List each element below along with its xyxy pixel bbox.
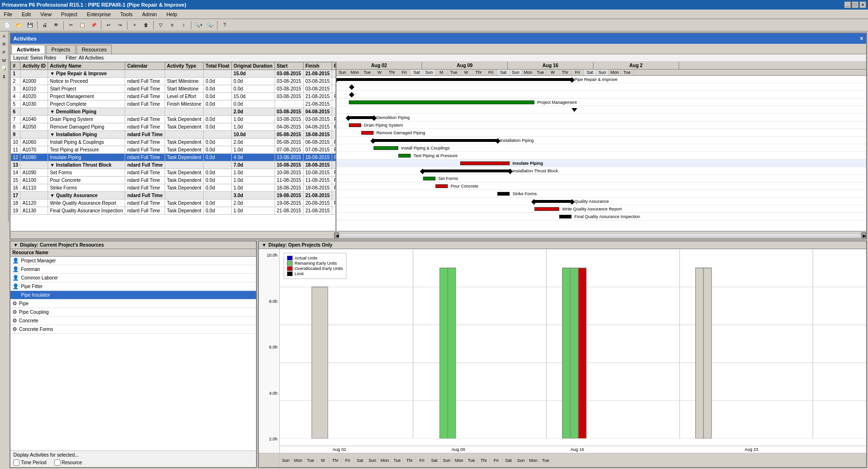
resource-name: Common Laborer xyxy=(21,275,58,280)
person-icon: 👤 xyxy=(12,283,19,289)
tab-projects[interactable]: Projects xyxy=(46,45,76,54)
list-item[interactable]: 👤Pipe Insulator xyxy=(10,291,256,299)
scrollbar-track[interactable] xyxy=(340,233,860,237)
close-button[interactable]: × xyxy=(859,1,866,8)
activity-calendar: ndard Full Time xyxy=(125,207,165,215)
add-btn[interactable]: + xyxy=(129,20,140,30)
open-btn[interactable]: 📂 xyxy=(13,20,24,30)
table-row[interactable]: 3A1010 Start Projectndard Full TimeStart… xyxy=(11,85,337,93)
menu-tools[interactable]: Tools xyxy=(118,10,135,18)
maximize-button[interactable]: □ xyxy=(852,1,858,8)
delete-btn[interactable]: 🗑 xyxy=(141,20,151,30)
gantt-task-bar xyxy=(361,131,374,135)
menu-admin[interactable]: Admin xyxy=(140,10,158,18)
menu-enterprise[interactable]: Enterprise xyxy=(85,10,113,18)
sidebar-wbs[interactable]: W xyxy=(0,57,8,64)
paste-btn[interactable]: 📌 xyxy=(89,20,99,30)
resource-checkbox-label[interactable]: Resource xyxy=(54,459,82,466)
menu-help[interactable]: Help xyxy=(165,10,179,18)
table-row[interactable]: 19A1130 Final Quality Assurance Inspecti… xyxy=(11,207,337,215)
sidebar-activities[interactable]: A xyxy=(0,32,8,40)
table-row[interactable]: 7A1040 Drain Piping Systemndard Full Tim… xyxy=(11,116,337,123)
table-row[interactable]: 13▼ Installation Thrust Blockndard Full … xyxy=(11,161,337,169)
activity-float: 0.0d xyxy=(204,169,232,177)
activity-name: Test Piping at Pressure xyxy=(48,146,125,154)
table-row[interactable]: 11A1070 Test Piping at Pressurendard Ful… xyxy=(11,146,337,154)
copy-btn[interactable]: 📋 xyxy=(77,20,88,30)
sidebar-reports[interactable]: 📊 xyxy=(0,65,8,72)
x-axis-labels: Aug 02 Aug 09 Aug 16 Aug 23 xyxy=(280,446,866,452)
list-item[interactable]: 👤Foreman xyxy=(10,265,256,274)
panel-close-button[interactable]: × xyxy=(860,35,863,42)
menu-file[interactable]: File xyxy=(2,10,14,18)
table-row[interactable]: 10A1060 Install Piping & Couplingsndard … xyxy=(11,139,337,146)
list-item[interactable]: 👤Pipe Fitter xyxy=(10,282,256,291)
table-row[interactable]: 14A1090 Set Formsndard Full TimeTask Dep… xyxy=(11,169,337,177)
table-row[interactable]: 12A1080 Insulate Pipingndard Full TimeTa… xyxy=(11,154,337,161)
time-period-checkbox[interactable] xyxy=(13,459,20,466)
table-row[interactable]: 15A1100 Pour Concretendard Full TimeTask… xyxy=(11,177,337,184)
list-item[interactable]: ⚙Concrete Forms xyxy=(10,325,256,334)
save-btn[interactable]: 💾 xyxy=(25,20,35,30)
tab-resources[interactable]: Resources xyxy=(77,45,112,54)
x-aug23: Aug 23 xyxy=(637,447,866,452)
table-row[interactable]: 6▼ Demolition Piping2.0d03-08-201504-08-… xyxy=(11,108,337,116)
item-icon: ⚙ xyxy=(12,318,17,324)
table-row[interactable]: 16A1110 Strike Formsndard Full TimeTask … xyxy=(11,184,337,192)
summary-bar-end-diamond xyxy=(371,115,376,120)
new-btn[interactable]: 📄 xyxy=(2,20,12,30)
activity-type xyxy=(165,131,203,139)
zoom-out-btn[interactable]: 🔍- xyxy=(205,20,215,30)
resource-checkbox[interactable] xyxy=(54,459,60,466)
menu-project[interactable]: Project xyxy=(59,10,79,18)
sidebar-projects[interactable]: P xyxy=(0,49,8,56)
activity-id xyxy=(20,70,48,78)
list-item[interactable]: 👤Common Laborer xyxy=(10,274,256,282)
day-sun: Sun xyxy=(336,70,349,75)
filter-btn[interactable]: ▽ xyxy=(156,20,166,30)
activity-start: 07-08-2015 xyxy=(275,146,303,154)
cut-btn[interactable]: ✂ xyxy=(66,20,76,30)
help-btn[interactable]: ? xyxy=(219,20,230,30)
table-row[interactable]: 8A1050 Remove Damaged Pipingndard Full T… xyxy=(11,123,337,131)
list-item[interactable]: ⚙Pipe Coupling xyxy=(10,308,256,317)
list-item[interactable]: ⚙Pipe xyxy=(10,299,256,308)
h-scrollbar[interactable]: ◄ ► xyxy=(10,231,866,239)
table-row[interactable]: 1▼ Pipe Repair & Improve15.0d03-08-20152… xyxy=(11,70,337,78)
table-row[interactable]: 4A1020 Project Managementndard Full Time… xyxy=(11,93,337,100)
activity-duration: 3.0d xyxy=(231,192,275,200)
table-row[interactable]: 5A1030 Project Completendard Full TimeFi… xyxy=(11,100,337,108)
activity-id: A1110 xyxy=(20,184,48,192)
menu-edit[interactable]: Edit xyxy=(20,10,33,18)
minimize-button[interactable]: _ xyxy=(844,1,851,8)
undo-btn[interactable]: ↩ xyxy=(103,20,114,30)
tab-bar: Activities Projects Resources xyxy=(10,44,866,54)
menu-view[interactable]: View xyxy=(39,10,54,18)
activity-id: A1040 xyxy=(20,116,48,123)
sort-btn[interactable]: ↕ xyxy=(178,20,189,30)
sidebar-expenses[interactable]: $ xyxy=(0,73,8,80)
time-period-checkbox-label[interactable]: Time Period xyxy=(13,459,47,466)
zoom-in-btn[interactable]: 🔍+ xyxy=(193,20,204,30)
row-num: 16 xyxy=(11,184,20,192)
scroll-left-btn[interactable]: ◄ xyxy=(334,232,339,238)
sidebar-resources[interactable]: R xyxy=(0,40,8,48)
activity-table-pane[interactable]: # Activity ID Activity Name Calendar Act… xyxy=(10,62,336,231)
resource-list[interactable]: 👤Project Manager👤Foreman👤Common Laborer👤… xyxy=(10,257,256,450)
list-item[interactable]: 👤Project Manager xyxy=(10,257,256,265)
activity-type: Start Milestone xyxy=(165,78,203,85)
group-btn[interactable]: ≡ xyxy=(167,20,178,30)
table-row[interactable]: 18A1120 Write Quality Assurance Reportnd… xyxy=(11,200,337,207)
redo-btn[interactable]: ↪ xyxy=(115,20,125,30)
preview-btn[interactable]: 👁 xyxy=(51,20,61,30)
table-row[interactable]: 17▼ Quality Assurancendard Full Time3.0d… xyxy=(11,192,337,200)
table-row[interactable]: 2A1000 Notice to Proceedndard Full TimeS… xyxy=(11,78,337,85)
scroll-right-btn[interactable]: ► xyxy=(861,232,866,238)
print-btn[interactable]: 🖨 xyxy=(39,20,50,30)
row-num: 18 xyxy=(11,200,20,207)
gantt-bar-label: Project Management xyxy=(537,100,577,105)
list-item[interactable]: ⚙Concrete xyxy=(10,317,256,325)
activity-calendar: ndard Full Time xyxy=(125,78,165,85)
table-row[interactable]: 9▼ Installation Pipingndard Full Time10.… xyxy=(11,131,337,139)
tab-activities[interactable]: Activities xyxy=(11,45,45,54)
